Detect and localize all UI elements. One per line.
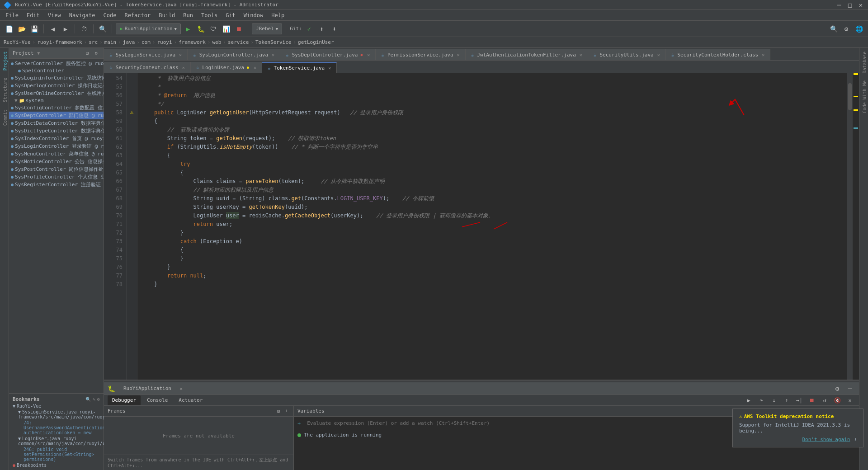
forward-btn[interactable]: ▶ [60, 24, 71, 34]
tree-sysconfigcontroller[interactable]: ● SysConfigController 参数配置 信息操作处理 @ ruoy… [9, 104, 104, 112]
menu-refactor[interactable]: Refactor [121, 11, 154, 19]
debug-resume-btn[interactable]: ▶ [743, 395, 754, 406]
nav-web[interactable]: web [212, 39, 221, 45]
run-with-coverage-btn[interactable]: 🛡 [208, 24, 219, 34]
tree-server-controller[interactable]: ● ServerController 服务监控 @ ruoyi [9, 60, 104, 67]
bookmark-line246[interactable]: 246: public void setPermissions(Set<Stri… [11, 446, 102, 462]
scroll-thumb[interactable] [848, 83, 852, 110]
nav-ruoyi-vue[interactable]: RuoYi-Vue [4, 39, 31, 45]
bookmark-sysloginservice[interactable]: ▼SysLoginService.java ruoyi-framework/sr… [11, 409, 102, 420]
bookmarks-settings[interactable]: ⚙ [97, 397, 100, 402]
tree-sysoperlog[interactable]: ● SysOperlogController 操作日志记录 @ ruoyi [9, 82, 104, 89]
close-button[interactable]: ✕ [857, 1, 864, 9]
frames-add-btn[interactable]: + [283, 408, 290, 414]
tree-sysnotice[interactable]: ● SysNoticeController 公告 信息操作处理 @ ruoyi [9, 158, 104, 165]
run-btn[interactable]: ▶ [183, 24, 193, 34]
tree-sysmenucontroller[interactable]: ● SysMenuController 菜单信息 @ ruoyi [9, 150, 104, 158]
translate-btn[interactable]: 🌐 [854, 24, 864, 34]
nav-src[interactable]: src [89, 39, 98, 45]
nav-getloginuser[interactable]: getLoginUser [298, 39, 334, 45]
nav-framework[interactable]: ruoyi-framework [37, 39, 82, 45]
tree-syslogininfor[interactable]: ● SysLogininforController 系统访问记录 @ ruoyi [9, 74, 104, 82]
tab-securitycontextholder[interactable]: ☕ SecurityContextHolder.class ✕ [666, 49, 770, 60]
debug-stop-btn[interactable]: ⏹ [807, 395, 817, 406]
tree-sysindexcontroller[interactable]: ● SysIndexController 首页 @ ruoyi [9, 135, 104, 142]
project-tab[interactable]: Project [0, 48, 9, 74]
tab-tokenservice[interactable]: ☕ TokenService.java ✕ [262, 62, 337, 73]
bookmark-line74[interactable]: 74: UsernamePasswordAuthenticationToken … [11, 420, 102, 436]
save-all-btn[interactable]: 💾 [29, 24, 40, 34]
nav-tokenservice[interactable]: TokenService [255, 39, 291, 45]
debug-close-btn2[interactable]: ✕ [844, 395, 855, 406]
menu-navigate[interactable]: Navigate [66, 11, 99, 19]
debug-app-label[interactable]: RuoYiApplication [119, 384, 176, 393]
debug-mute-btn[interactable]: 🔇 [832, 395, 843, 406]
bookmark-ruoyi-vue[interactable]: ▼RuoYi-Vue [11, 403, 102, 409]
git-check-btn[interactable]: ✓ [304, 24, 315, 34]
frames-filter-btn[interactable]: ⊞ [275, 408, 282, 414]
menu-git[interactable]: Git [222, 11, 239, 19]
tab-sysloginservice[interactable]: ☕ SysLoginService.java ✕ [104, 49, 188, 60]
aws-notice-collapse-btn[interactable]: ⬇ [854, 437, 857, 442]
tree-sysdictdata[interactable]: ● SysDictDataController 数据字典信息 @ ruoyi [9, 119, 104, 127]
recent-btn[interactable]: ⏱ [79, 24, 90, 34]
tab-jwtfilter[interactable]: ☕ JwtAuthenticationTokenFilter.java ✕ [466, 49, 588, 60]
structure-tab[interactable]: Structure [0, 74, 9, 106]
tab-close-secutils[interactable]: ✕ [657, 52, 660, 57]
tree-syspost[interactable]: ● SysPostController 岗位信息操作处理 @ ruoyi [9, 165, 104, 173]
bookmark-breakpoints[interactable]: ●Breakpoints [11, 462, 102, 468]
bookmarks-edit[interactable]: ✎ [93, 397, 95, 402]
code-content[interactable]: * 获取用户身份信息 * * @return 用户信息 */ [137, 73, 847, 380]
maximize-button[interactable]: □ [846, 1, 854, 9]
nav-ruoyi[interactable]: ruoyi [157, 39, 172, 45]
tree-sysuseronline[interactable]: ● SysUserOnlineController 在线用户处理 @ ruoyi [9, 89, 104, 97]
tab-close-seccontextholder[interactable]: ✕ [762, 52, 764, 57]
bookmark-loginuser[interactable]: ▼LoginUser.java ruoyi-common/src/main/ja… [11, 436, 102, 446]
tab-close-sysdept[interactable]: ✕ [367, 52, 370, 57]
debug-close-btn[interactable]: ✕ [179, 385, 183, 392]
debug-run-to-cursor-btn[interactable]: →| [794, 395, 805, 406]
debug-step-over-btn[interactable]: ↷ [756, 395, 767, 406]
tab-actuator[interactable]: Actuator [174, 395, 207, 405]
back-btn[interactable]: ◀ [47, 24, 58, 34]
editor-scrollbar[interactable] [847, 73, 853, 380]
tab-close-tokenservice[interactable]: ✕ [328, 66, 331, 70]
tree-sysregister[interactable]: ● SysRegisterController 注册验证 @ ruoyi [9, 181, 104, 188]
menu-build[interactable]: Build [155, 11, 179, 19]
tab-permissionservice[interactable]: ☕ PermissionService.java ✕ [376, 49, 465, 60]
open-btn[interactable]: 📂 [16, 24, 27, 34]
database-tab[interactable]: Database [859, 48, 868, 77]
aws-dont-show-link[interactable]: Don't show again [802, 437, 850, 442]
menu-view[interactable]: View [44, 11, 65, 19]
menu-file[interactable]: File [2, 11, 22, 19]
nav-com[interactable]: com [142, 39, 151, 45]
tab-debugger[interactable]: Debugger [108, 395, 141, 405]
nav-service[interactable]: service [228, 39, 249, 45]
minimize-button[interactable]: ─ [835, 1, 843, 9]
project-dropdown[interactable]: ▼ [37, 51, 40, 56]
tree-syslogincontroller[interactable]: ● SysLoginController 登录验证 @ ruoyi [9, 142, 104, 150]
debug-minimize-btn[interactable]: ─ [844, 383, 855, 394]
menu-tools[interactable]: Tools [198, 11, 221, 19]
nav-framework2[interactable]: framework [179, 39, 206, 45]
tree-sysdicttype[interactable]: ● SysDictTypeController 数据字典信息 @ ruoyi [9, 127, 104, 135]
project-sort-btn[interactable]: ⊞ [84, 50, 91, 57]
bookmarks-search[interactable]: 🔍 [85, 397, 91, 402]
debug-step-out-btn[interactable]: ↑ [781, 395, 792, 406]
debug-restart-btn[interactable]: ↺ [819, 395, 830, 406]
tree-sysprofile[interactable]: ● SysProfileController 个人信息 业务操作处理 @ ruo… [9, 173, 104, 181]
tree-sysdeptcontroller[interactable]: ● SysDeptController 部门信息 @ ruoyi [9, 112, 104, 119]
run-config-dropdown[interactable]: ▶ RuoYiApplication ▼ [116, 24, 181, 34]
new-file-btn[interactable]: 📄 [4, 24, 14, 34]
menu-window[interactable]: Window [240, 11, 267, 19]
debug-settings-btn[interactable]: ⚙ [832, 383, 843, 394]
stop-btn[interactable]: ⏹ [233, 24, 244, 34]
menu-run[interactable]: Run [179, 11, 197, 19]
tab-loginuser[interactable]: ☕ LoginUser.java ● ✕ [191, 62, 262, 73]
nav-main[interactable]: main [104, 39, 117, 45]
tab-close-logincontroller[interactable]: ✕ [272, 52, 274, 57]
code-editor[interactable]: 54 55 56 57 58 59 60 61 62 63 64 65 66 6… [104, 73, 859, 380]
debug-btn[interactable]: 🐛 [195, 24, 206, 34]
debug-step-into-btn[interactable]: ↓ [769, 395, 779, 406]
git-push-btn[interactable]: ⬇ [329, 24, 340, 34]
